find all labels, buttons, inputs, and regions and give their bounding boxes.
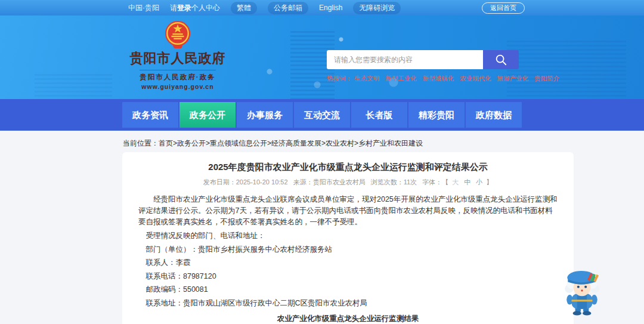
top-utility-bar: 中国·贵阳 请登录个人中心 繁體 公务邮箱 English 无障碍浏览 返回首页 xyxy=(0,0,644,16)
site-tagline: 贵阳市人民政府·政务 xyxy=(140,70,215,82)
publish-date: 发布日期：2025-10-20 10:52 xyxy=(203,178,288,186)
nav-tab[interactable]: 政务公开 xyxy=(179,102,236,128)
article-intro: 经贵阳市农业产业化市级重点龙头企业联席会议成员单位审定，现对2025年开展的农业… xyxy=(138,194,558,228)
site-logo[interactable]: 贵阳市人民政府 贵阳市人民政府·政务 www.guiyang.gov.cn xyxy=(124,20,231,90)
contact-line: 联系电话：87987120 xyxy=(138,271,558,282)
topbar-link[interactable]: 无障碍浏览 xyxy=(353,2,401,14)
hot-search-word[interactable]: 新型工业化 xyxy=(385,75,417,83)
hot-search-word[interactable]: 旅游产业化 xyxy=(497,75,529,83)
article-source: 来源：贵阳市农业农村局 xyxy=(293,178,366,186)
contact-line: 部门（单位）：贵阳市乡村振兴服务中心农村经济服务站 xyxy=(138,244,558,255)
search-icon xyxy=(494,53,507,66)
font-size-medium[interactable]: 中 xyxy=(464,178,470,186)
nav-tab[interactable]: 精彩贵阳 xyxy=(408,102,465,128)
font-size-label: 字体：【 xyxy=(422,178,448,186)
nav-tab[interactable]: 办事服务 xyxy=(237,102,293,128)
national-emblem-icon xyxy=(164,20,191,48)
search-block: 热搜词： 生态文明新型工业化新型城镇化农业现代化旅游产业化贵阳简介 xyxy=(327,50,559,83)
table-caption: 农业产业化市级重点龙头企业运行监测结果 xyxy=(138,314,558,324)
contact-line: 联系人：李霞 xyxy=(138,257,558,269)
article-card: 2025年度贵阳市农业产业化市级重点龙头企业运行监测和评定结果公示 发布日期：2… xyxy=(122,152,574,324)
login-suffix: 个人中心 xyxy=(191,4,220,12)
topbar-links: 繁體 公务邮箱 English 无障碍浏览 xyxy=(231,2,411,14)
search-input[interactable] xyxy=(327,50,483,69)
topbar-link[interactable]: 公务邮箱 xyxy=(268,2,308,14)
nav-tab[interactable]: 互动交流 xyxy=(294,102,350,128)
contact-line: 联系地址：贵阳市观山湖区市级行政中心二期C区贵阳市农业农村局 xyxy=(138,298,558,309)
breadcrumb-label: 当前位置： xyxy=(123,139,159,147)
article-meta: 发布日期：2025-10-20 10:52 来源：贵阳市农业农村局 浏览次数：1… xyxy=(122,178,574,187)
topbar-link[interactable]: 繁體 xyxy=(231,2,257,14)
service-mascot-widget[interactable] xyxy=(561,269,603,317)
nav-tab[interactable]: 政府数据 xyxy=(466,102,522,128)
site-title: 贵阳市人民政府 xyxy=(124,50,231,67)
font-size-large[interactable]: 大 xyxy=(452,178,459,186)
nav-tabs: 政务资讯 政务公开 办事服务 互动交流 长者版 精彩贵阳 政府数据 xyxy=(122,102,522,128)
service-mascot-icon xyxy=(561,269,603,317)
contact-line: 受理情况反映的部门、电话和地址： xyxy=(138,230,558,242)
font-size-small[interactable]: 小 xyxy=(476,178,482,186)
hot-search-word[interactable]: 新型城镇化 xyxy=(423,75,454,83)
article-body: 经贵阳市农业产业化市级重点龙头企业联席会议成员单位审定，现对2025年开展的农业… xyxy=(122,187,574,324)
hot-search-word[interactable]: 农业现代化 xyxy=(460,75,491,83)
nav-tab[interactable]: 政务资讯 xyxy=(122,102,178,128)
topbar-link[interactable]: English xyxy=(319,4,342,12)
font-size-label-close: 】 xyxy=(486,178,493,186)
hot-search-word[interactable]: 生态文明 xyxy=(354,75,379,83)
hot-search-word[interactable]: 贵阳简介 xyxy=(534,75,559,83)
hot-search-words: 生态文明新型工业化新型城镇化农业现代化旅游产业化贵阳简介 xyxy=(354,75,559,83)
breadcrumb: 当前位置：首页>政务公开>重点领域信息公开>经济高质量发展>农业农村>乡村产业和… xyxy=(0,131,644,149)
view-count: 浏览次数：11次 xyxy=(371,178,417,186)
login-prefix: 请 xyxy=(170,4,177,12)
login-link[interactable]: 请登录个人中心 xyxy=(170,3,220,13)
back-to-home-button[interactable]: 返回首页 xyxy=(482,2,525,14)
login-bold[interactable]: 登录 xyxy=(177,4,191,12)
contact-lines: 受理情况反映的部门、电话和地址：部门（单位）：贵阳市乡村振兴服务中心农村经济服务… xyxy=(138,230,558,308)
breadcrumb-path[interactable]: 首页>政务公开>重点领域信息公开>经济高质量发展>农业农村>乡村产业和农田建设 xyxy=(159,139,423,147)
search-button[interactable] xyxy=(483,50,519,69)
nav-tab[interactable]: 长者版 xyxy=(351,102,407,128)
main-nav: 政务资讯 政务公开 办事服务 互动交流 长者版 精彩贵阳 政府数据 xyxy=(0,99,644,131)
hot-search-label: 热搜词： xyxy=(327,75,352,83)
region-link[interactable]: 中国·贵阳 xyxy=(128,3,159,13)
building-silhouette xyxy=(35,74,112,99)
article-title: 2025年度贵阳市农业产业化市级重点龙头企业运行监测和评定结果公示 xyxy=(122,152,574,173)
contact-line: 邮政编码：550081 xyxy=(138,284,558,295)
site-url: www.guiyang.gov.cn xyxy=(124,83,231,90)
site-header: 贵阳市人民政府 贵阳市人民政府·政务 www.guiyang.gov.cn 热搜… xyxy=(0,16,644,99)
hot-search-row: 热搜词： 生态文明新型工业化新型城镇化农业现代化旅游产业化贵阳简介 xyxy=(327,75,559,83)
